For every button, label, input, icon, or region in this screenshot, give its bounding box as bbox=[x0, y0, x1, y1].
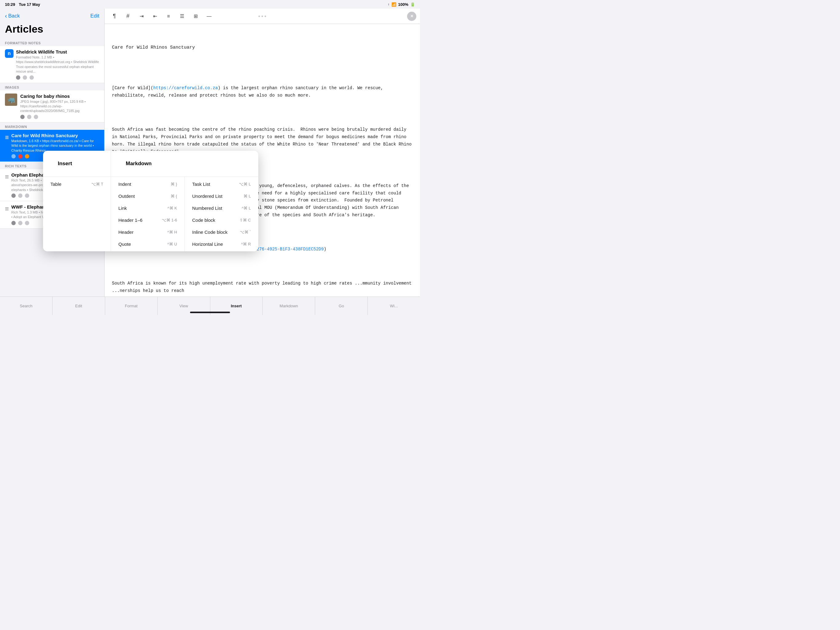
markdown-columns: Indent ⌘ } Outdent ⌘ { Link ^⌘ K Header … bbox=[111, 177, 258, 251]
dropdown-overlay[interactable]: Insert Markdown Table ⌥⌘ T Indent bbox=[0, 0, 420, 315]
dropdown-item-quote[interactable]: Quote ^⌘ U bbox=[111, 238, 185, 250]
dropdown-item-outdent[interactable]: Outdent ⌘ { bbox=[111, 190, 185, 202]
insert-header: Insert bbox=[51, 156, 103, 172]
quote-label: Quote bbox=[118, 242, 131, 247]
indent-shortcut: ⌘ } bbox=[171, 182, 177, 187]
dropdown-menu: Insert Markdown Table ⌥⌘ T Indent bbox=[43, 151, 258, 251]
time: 10:29 bbox=[5, 2, 15, 7]
link-label: Link bbox=[118, 206, 127, 211]
inlinecode-label: Inline Code block bbox=[192, 230, 227, 235]
unordered-shortcut: ⌘ L bbox=[243, 194, 251, 198]
indent-label: Indent bbox=[118, 182, 131, 187]
inlinecode-shortcut: ⌥⌘ ` bbox=[240, 230, 251, 234]
status-bar: 10:29 Tue 17 May ↑ 📶 100% 🔋 bbox=[0, 0, 420, 9]
codeblock-label: Code block bbox=[192, 217, 215, 223]
numbered-shortcut: ^⌘ L bbox=[242, 206, 251, 211]
dropdown-item-inlinecode[interactable]: Inline Code block ⌥⌘ ` bbox=[185, 226, 258, 238]
markdown-right-column: Task List ⌥⌘ L Unordered List ⌘ L Number… bbox=[185, 177, 258, 251]
header-shortcut: ^⌘ H bbox=[167, 230, 177, 234]
battery: 100% bbox=[398, 2, 408, 7]
markdown-header: Markdown bbox=[118, 156, 251, 172]
hrule-label: Horizontal Line bbox=[192, 242, 223, 247]
dropdown-item-hrule[interactable]: Horizontal Line ^⌘ R bbox=[185, 238, 258, 250]
home-indicator bbox=[190, 312, 230, 313]
outdent-label: Outdent bbox=[118, 193, 135, 199]
battery-icon: 🔋 bbox=[410, 2, 415, 7]
wifi-icon: 📶 bbox=[392, 2, 396, 7]
outdent-shortcut: ⌘ { bbox=[171, 194, 177, 198]
dropdown-item-tasklist[interactable]: Task List ⌥⌘ L bbox=[185, 178, 258, 190]
table-label: Table bbox=[51, 182, 62, 187]
status-left: 10:29 Tue 17 May bbox=[5, 2, 40, 7]
numbered-label: Numbered List bbox=[192, 206, 222, 211]
quote-shortcut: ^⌘ U bbox=[167, 242, 177, 246]
dropdown-body: Table ⌥⌘ T Indent ⌘ } Outdent ⌘ { bbox=[43, 177, 258, 251]
dropdown-item-header16[interactable]: Header 1–6 ⌥⌘ 1-6 bbox=[111, 214, 185, 226]
dropdown-item-codeblock[interactable]: Code block ⇧⌘ C bbox=[185, 214, 258, 226]
markdown-left-column: Indent ⌘ } Outdent ⌘ { Link ^⌘ K Header … bbox=[111, 177, 185, 251]
tasklist-shortcut: ⌥⌘ L bbox=[239, 182, 251, 187]
location-icon: ↑ bbox=[388, 2, 390, 6]
header16-label: Header 1–6 bbox=[118, 217, 142, 223]
dropdown-item-unordered[interactable]: Unordered List ⌘ L bbox=[185, 190, 258, 202]
date: Tue 17 May bbox=[19, 2, 40, 7]
dropdown-item-link[interactable]: Link ^⌘ K bbox=[111, 202, 185, 214]
unordered-label: Unordered List bbox=[192, 193, 222, 199]
codeblock-shortcut: ⇧⌘ C bbox=[240, 218, 251, 222]
insert-column: Table ⌥⌘ T bbox=[43, 177, 111, 251]
hrule-shortcut: ^⌘ R bbox=[241, 242, 251, 246]
dropdown-item-table[interactable]: Table ⌥⌘ T bbox=[43, 178, 111, 190]
header-label: Header bbox=[118, 230, 133, 235]
dropdown-header: Insert Markdown bbox=[43, 151, 258, 177]
dropdown-item-header[interactable]: Header ^⌘ H bbox=[111, 226, 185, 238]
status-right: ↑ 📶 100% 🔋 bbox=[388, 2, 415, 7]
tasklist-label: Task List bbox=[192, 182, 210, 187]
header16-shortcut: ⌥⌘ 1-6 bbox=[162, 218, 177, 222]
table-shortcut: ⌥⌘ T bbox=[91, 182, 103, 187]
link-shortcut: ^⌘ K bbox=[167, 206, 177, 211]
dropdown-item-numbered[interactable]: Numbered List ^⌘ L bbox=[185, 202, 258, 214]
dropdown-item-indent[interactable]: Indent ⌘ } bbox=[111, 178, 185, 190]
